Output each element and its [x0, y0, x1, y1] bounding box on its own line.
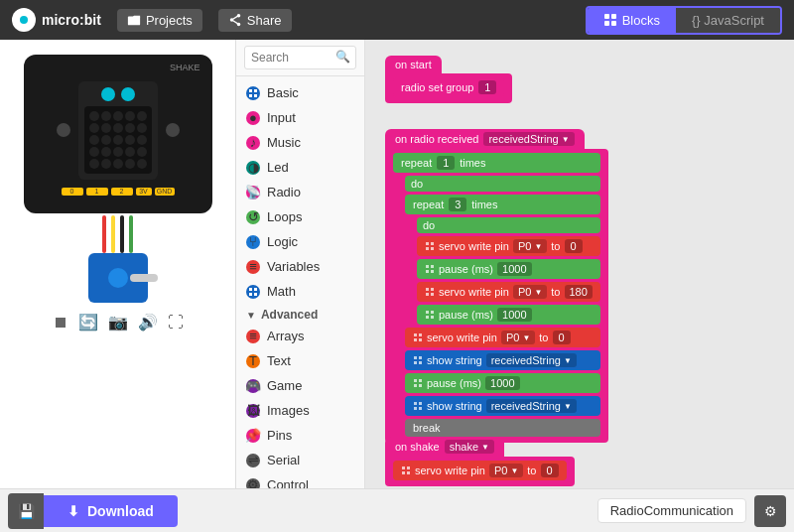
- logo-icon: [12, 8, 36, 32]
- repeat-1-block[interactable]: repeat 1 times: [393, 153, 600, 173]
- blocks-tab-label: Blocks: [622, 13, 660, 28]
- stop-button[interactable]: ⏹: [53, 314, 68, 332]
- fullscreen-button[interactable]: 📷: [108, 313, 128, 332]
- sidebar-item-radio[interactable]: 📡 Radio: [236, 180, 364, 204]
- main-area: SHAKE: [0, 40, 794, 488]
- tab-blocks[interactable]: Blocks: [588, 8, 676, 33]
- sidebar-item-serial[interactable]: ⇌ Serial: [236, 448, 364, 472]
- pin-dropdown-3[interactable]: P0: [501, 331, 535, 344]
- download-label: Download: [87, 503, 154, 519]
- projects-button[interactable]: Projects: [117, 9, 202, 32]
- repeat-1-value: 1: [437, 156, 455, 170]
- toolbox-panel: 🔍 Basic ● Input ♪ Music ◑ Led: [236, 40, 365, 488]
- svg-rect-23: [431, 265, 434, 268]
- sidebar-item-variables[interactable]: ≡ Variables: [236, 254, 364, 279]
- basic-icon: [246, 86, 260, 100]
- servo-container: [88, 253, 148, 303]
- show-string-label-2: show string: [427, 400, 482, 412]
- pause-1-block[interactable]: pause (ms) 1000: [417, 259, 600, 279]
- svg-rect-16: [249, 293, 252, 296]
- expand-button[interactable]: ⛶: [168, 314, 184, 332]
- sidebar-item-basic[interactable]: Basic: [236, 80, 364, 105]
- pin-gnd: GND: [155, 188, 175, 196]
- sidebar-item-music[interactable]: ♪ Music: [236, 130, 364, 155]
- servo-icon-2: [425, 287, 435, 297]
- svg-rect-46: [414, 402, 417, 405]
- svg-rect-19: [431, 242, 434, 245]
- do-label-1: do: [405, 176, 600, 192]
- pause-icon-3: [413, 378, 423, 388]
- cable-red: [102, 215, 106, 253]
- restart-button[interactable]: 🔄: [78, 313, 98, 332]
- on-shake-block[interactable]: on shake shake: [385, 437, 504, 457]
- svg-rect-12: [249, 94, 252, 97]
- on-start-block[interactable]: on start: [385, 56, 442, 73]
- sound-button[interactable]: 🔊: [138, 313, 158, 332]
- show-string-2-block[interactable]: show string receivedString: [405, 396, 600, 416]
- svg-rect-37: [419, 338, 422, 341]
- pin-dropdown-2[interactable]: P0: [513, 285, 547, 299]
- on-radio-received-block[interactable]: on radio received receivedString: [385, 129, 585, 149]
- svg-rect-13: [254, 94, 257, 97]
- show-string-icon-2: [413, 401, 423, 411]
- servo-write-1-block[interactable]: servo write pin P0 to 0: [417, 236, 600, 256]
- workspace-panel[interactable]: on start radio set group 1 on radio rece…: [365, 40, 794, 488]
- download-button[interactable]: ⬇ Download: [44, 495, 178, 527]
- sim-controls: ⏹ 🔄 📷 🔊 ⛶: [53, 313, 184, 332]
- svg-rect-27: [431, 288, 434, 291]
- string-dropdown-2[interactable]: receivedString: [486, 399, 577, 413]
- button-b: [166, 123, 180, 137]
- shake-dropdown[interactable]: shake: [445, 440, 494, 454]
- servo-write-0-block[interactable]: servo write pin P0 to 0: [405, 328, 600, 347]
- pause-label-3: pause (ms): [427, 377, 481, 389]
- loops-icon: ↺: [246, 210, 260, 224]
- sidebar-item-pins[interactable]: 📌 Pins: [236, 423, 364, 448]
- sidebar-item-control[interactable]: ⚙ Control: [236, 472, 364, 488]
- advanced-section-header[interactable]: ▼ Advanced: [236, 304, 364, 324]
- string-dropdown-1[interactable]: receivedString: [486, 353, 577, 367]
- pins-row: 0 1 2 3V GND: [62, 188, 175, 196]
- servo-write-label-180: servo write pin: [439, 286, 509, 298]
- repeat-3-value: 3: [449, 198, 466, 211]
- download-icon-button[interactable]: 💾: [8, 493, 44, 529]
- show-string-1-block[interactable]: show string receivedString: [405, 350, 600, 370]
- radio-label: Radio: [267, 185, 301, 200]
- pause-2-block[interactable]: pause (ms) 1000: [417, 305, 600, 325]
- text-label: Text: [267, 353, 291, 368]
- break-block[interactable]: break: [405, 419, 600, 437]
- sidebar-item-loops[interactable]: ↺ Loops: [236, 204, 364, 229]
- pause-3-block[interactable]: pause (ms) 1000: [405, 373, 600, 393]
- pin-dropdown-shake[interactable]: P0: [489, 464, 523, 477]
- share-button[interactable]: Share: [218, 9, 292, 32]
- svg-rect-40: [414, 361, 417, 364]
- sidebar-item-images[interactable]: 🖼 Images: [236, 398, 364, 423]
- svg-rect-20: [426, 247, 429, 250]
- sidebar-item-led[interactable]: ◑ Led: [236, 155, 364, 180]
- received-var-dropdown[interactable]: receivedString: [483, 132, 574, 146]
- images-icon: 🖼: [246, 404, 260, 418]
- sidebar-item-game[interactable]: 🎮 Game: [236, 373, 364, 398]
- on-radio-received-label: on radio received: [395, 133, 478, 145]
- search-icon: 🔍: [335, 50, 350, 64]
- sidebar-item-text[interactable]: T Text: [236, 348, 364, 373]
- pause-val-2: 1000: [497, 308, 531, 322]
- sidebar-item-math[interactable]: Math: [236, 279, 364, 304]
- sidebar-item-input[interactable]: ● Input: [236, 105, 364, 130]
- text-icon: T: [246, 354, 260, 368]
- servo-write-label-1: servo write pin: [439, 240, 509, 252]
- sidebar-item-arrays[interactable]: ≡ Arrays: [236, 324, 364, 348]
- servo-wheel: [108, 268, 128, 288]
- repeat-3-block[interactable]: repeat 3 times: [405, 195, 600, 214]
- times-label-1: times: [460, 157, 485, 169]
- tab-javascript[interactable]: {} JavaScript: [676, 8, 780, 33]
- servo-write-180-block[interactable]: servo write pin P0 to 180: [417, 282, 600, 302]
- radio-set-group-block[interactable]: radio set group 1: [393, 77, 504, 97]
- svg-rect-47: [419, 402, 422, 405]
- project-settings-button[interactable]: ⚙: [754, 495, 786, 527]
- svg-rect-25: [431, 270, 434, 273]
- pin-dropdown-1[interactable]: P0: [513, 239, 547, 253]
- to-label-3: to: [539, 332, 548, 343]
- repeat-1-body: do repeat 3 times do: [405, 176, 600, 437]
- servo-shake-block[interactable]: servo write pin P0 to 0: [393, 461, 567, 480]
- sidebar-item-logic[interactable]: ⑂ Logic: [236, 229, 364, 254]
